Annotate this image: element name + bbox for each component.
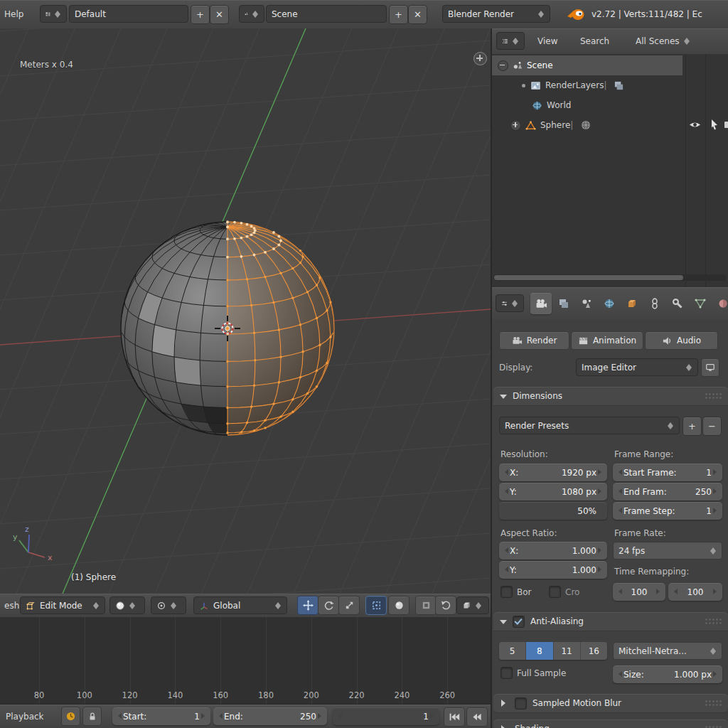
pivot-point-selector[interactable] [151,596,186,614]
dimensions-panel-header[interactable]: Dimensions [493,387,728,406]
renderability-camera-icon[interactable] [724,120,728,129]
editor-type-selector[interactable] [40,5,67,23]
full-sample-row[interactable]: Full Sample [500,667,566,679]
occlude-geometry-button[interactable] [415,596,437,615]
visibility-eye-icon[interactable] [689,120,701,129]
new-window-button[interactable] [701,358,719,377]
resolution-x-field[interactable]: X: 1920 px [499,464,607,481]
menu-playback[interactable]: Playback [1,705,48,728]
manipulator-scale-button[interactable] [338,596,360,615]
render-button[interactable]: Render [499,331,569,350]
tab-world[interactable] [599,293,620,314]
manipulator-translate-button[interactable] [297,596,318,615]
delete-scene-button[interactable]: ✕ [408,5,427,24]
panel-grip-icon[interactable] [705,392,722,400]
proportional-editing-button[interactable] [388,596,410,615]
panel-expand-icon[interactable] [500,620,507,628]
scene-selector[interactable]: Scene [266,5,387,23]
mode-selector[interactable]: Edit Mode [20,596,105,614]
audio-button[interactable]: Audio [645,331,718,350]
end-frame-playbar-field[interactable]: End: 250 [213,707,327,725]
outliner-row-scene[interactable]: Scene [492,55,728,75]
frame-rate-selector[interactable]: 24 fps [613,542,722,560]
outliner-editor-selector[interactable] [496,32,525,50]
tab-scene[interactable] [576,293,597,314]
frame-step-field[interactable]: Frame Step: 1 [613,502,722,520]
aa-samples-8-button[interactable]: 8 [526,642,553,660]
av-sync-button[interactable] [61,707,80,726]
crop-checkbox-row[interactable]: Cro [549,586,579,598]
add-layout-button[interactable]: + [191,5,210,24]
tab-modifiers[interactable] [667,293,688,314]
resolution-y-field[interactable]: Y: 1080 px [499,483,607,500]
display-mode-selector[interactable]: Image Editor [576,358,698,376]
aa-filter-selector[interactable]: Mitchell-Netra... [613,642,722,660]
border-checkbox[interactable] [500,586,513,598]
motion-blur-panel-header[interactable]: Sampled Motion Blur [493,694,728,713]
border-checkbox-row[interactable]: Bor [500,586,532,598]
remove-preset-button[interactable]: − [702,417,722,436]
outliner-row-world[interactable]: World [492,95,728,115]
aa-samples-5-button[interactable]: 5 [499,642,526,660]
transform-orientation-selector[interactable]: Global [193,596,287,614]
panel-grip-icon[interactable] [705,725,722,728]
selectability-cursor-icon[interactable] [710,119,719,131]
aa-samples-16-button[interactable]: 16 [581,642,607,660]
remap-old-field[interactable]: 100 [613,583,665,601]
region-expand-button[interactable] [473,52,487,65]
jump-to-start-button[interactable] [444,707,465,727]
aspect-y-field[interactable]: Y: 1.000 [499,561,607,579]
menu-search[interactable]: Search [576,28,614,54]
animation-button[interactable]: Animation [571,331,643,350]
jump-prev-keyframe-button[interactable] [466,707,488,727]
tab-render-layers[interactable] [553,293,574,314]
tab-constraints[interactable] [644,293,665,314]
repeat-history-button[interactable] [435,596,456,615]
scrollbar-track[interactable] [493,274,727,281]
collapse-icon[interactable] [498,60,508,71]
panel-grip-icon[interactable] [705,618,722,625]
tab-object-data[interactable] [690,293,711,314]
add-scene-button[interactable]: + [389,5,408,24]
render-engine-selector[interactable]: Blender Render [442,5,550,23]
resolution-percentage-slider[interactable]: 50% [499,502,607,520]
aspect-x-field[interactable]: X: 1.000 [499,542,607,560]
screen-layout-selector[interactable]: Default [69,5,188,23]
tab-object[interactable] [621,293,643,314]
anti-aliasing-checkbox[interactable] [513,616,525,628]
anti-aliasing-panel-header[interactable]: Anti-Aliasing [493,612,728,631]
motion-blur-checkbox[interactable] [515,697,527,710]
aa-samples-11-button[interactable]: 11 [554,642,581,660]
outliner-row-sphere[interactable]: Sphere | [492,115,728,135]
current-frame-field[interactable]: 1 [333,707,439,725]
remap-new-field[interactable]: 100 [668,583,722,601]
timeline-track[interactable]: 80100120140160180200220240260 [0,617,491,705]
manipulator-rotate-button[interactable] [318,596,339,615]
close-layout-button[interactable]: ✕ [210,5,229,24]
panel-collapsed-icon[interactable] [501,700,509,707]
aa-size-field[interactable]: Size: 1.000 px [613,665,722,683]
tab-render[interactable] [530,293,552,314]
snap-toggle-button[interactable] [365,596,387,615]
panel-collapsed-icon[interactable] [501,725,509,728]
operator-selector[interactable] [456,596,489,614]
outliner-scope-selector[interactable]: All Scenes [631,28,695,54]
menu-help[interactable]: Help [0,0,28,28]
render-presets-selector[interactable]: Render Presets [499,417,680,434]
add-preset-button[interactable]: + [682,417,702,436]
scrollbar-thumb[interactable] [494,275,683,280]
panel-grip-icon[interactable] [705,700,722,707]
viewport-3d[interactable]: xyz Meters x 0.4 (1) Sphere [0,28,491,594]
outliner-row-renderlayers[interactable]: RenderLayers | [492,75,728,95]
tab-material[interactable] [712,293,728,314]
end-frame-field[interactable]: End Fram: 250 [613,483,722,500]
full-sample-checkbox[interactable] [500,667,513,679]
renderlayer-data-icon[interactable] [614,80,624,91]
mesh-data-icon[interactable] [580,119,592,131]
start-frame-field[interactable]: Start Frame: 1 [613,464,722,481]
viewport-shading-selector[interactable] [109,596,145,614]
panel-expand-icon[interactable] [500,395,507,402]
expand-icon[interactable] [510,120,521,131]
frame-lock-button[interactable] [82,707,102,726]
properties-editor-selector[interactable] [496,294,524,312]
